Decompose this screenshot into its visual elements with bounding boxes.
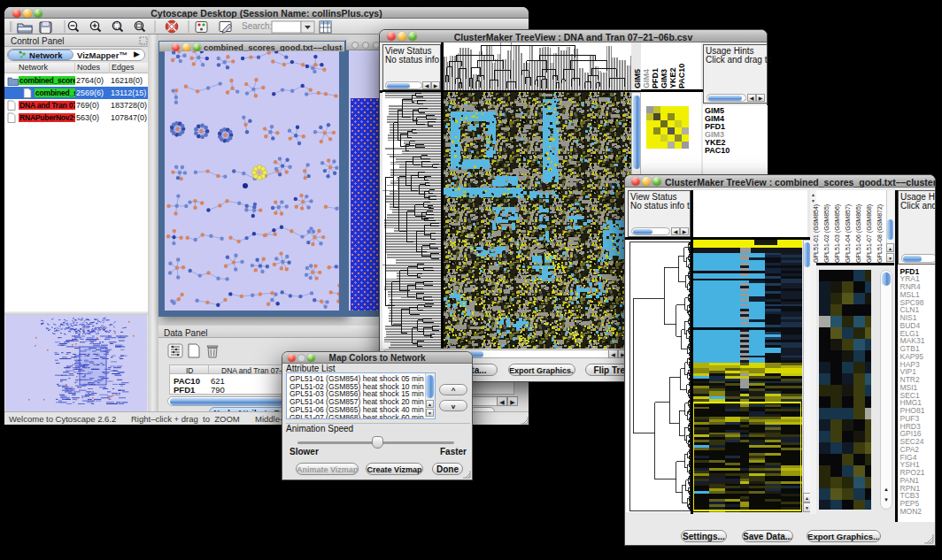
svg-text:Search:: Search: xyxy=(242,21,272,31)
